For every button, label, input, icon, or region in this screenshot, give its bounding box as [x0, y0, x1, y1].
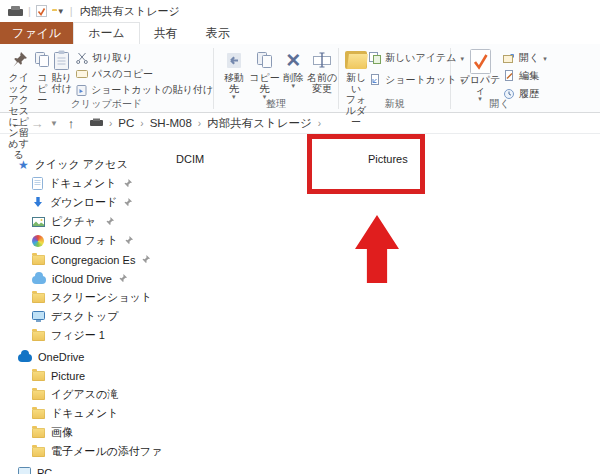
sidebar-item-screenshots[interactable]: スクリーンショット	[0, 288, 120, 307]
sidebar-item-desktop[interactable]: デスクトップ	[0, 307, 120, 326]
sidebar-item-label: フィジー 1	[51, 328, 105, 343]
chevron-right-icon: ›	[140, 118, 143, 129]
sidebar-item-icloud-photos[interactable]: iCloud フォト	[0, 231, 120, 250]
sidebar-item-iguazu[interactable]: イグアスの滝	[0, 385, 120, 404]
file-item-dcim[interactable]: DCIM	[176, 153, 204, 165]
copy-path-icon	[76, 69, 88, 79]
copy-path-button[interactable]: パスのコピー	[76, 66, 213, 82]
content-area: ★ クイック アクセス ドキュメント ダウンロード ピクチャ	[0, 134, 600, 474]
pictures-icon	[32, 217, 45, 227]
sidebar-item-fiji[interactable]: フィジー 1	[0, 326, 120, 345]
chevron-right-icon: ›	[318, 118, 321, 129]
new-item-icon	[369, 52, 381, 64]
highlight-box-annotation	[307, 134, 425, 194]
qat-customize-caret-icon[interactable]: ▼	[57, 7, 65, 16]
paste-shortcut-button-label: ショートカットの貼り付け	[91, 83, 213, 97]
pin-icon	[118, 274, 127, 283]
tab-share[interactable]: 共有	[140, 22, 192, 44]
ribbon: クイック アクセス にピン留めする コピー 貼り付け 切り取り	[0, 44, 600, 113]
sidebar-item-icloud-drive[interactable]: iCloud Drive	[0, 269, 120, 288]
delete-button[interactable]: × 削除 ▾	[280, 44, 306, 88]
ribbon-group-open: プロパティ ▾ 開く ▾ 編集 履歴	[451, 44, 548, 112]
pushpin-icon	[10, 48, 28, 72]
sidebar-item-quick-access[interactable]: ★ クイック アクセス	[0, 155, 120, 174]
qat-properties-icon[interactable]	[36, 5, 47, 17]
sidebar-item-downloads[interactable]: ダウンロード	[0, 193, 120, 212]
sidebar-item-documents[interactable]: ドキュメント	[0, 174, 120, 193]
icloud-photos-icon	[32, 235, 44, 247]
sidebar-item-images[interactable]: 画像	[0, 423, 120, 442]
open-button[interactable]: 開く ▾	[503, 50, 547, 66]
sidebar-item-congregacion[interactable]: Congregacion Es	[0, 250, 120, 269]
ribbon-group-new: 新しい フォルダー 新しいアイテム ▾ ショートカット ▾ 新規	[339, 44, 450, 112]
sidebar-item-email-attachments[interactable]: 電子メールの添付ファ	[0, 442, 120, 461]
folder-icon	[32, 255, 45, 265]
window-title: 内部共有ストレージ	[80, 4, 180, 19]
tab-view[interactable]: 表示	[192, 22, 244, 44]
pin-icon	[123, 179, 132, 188]
desktop-icon	[32, 311, 45, 322]
explorer-window-icon	[8, 6, 23, 17]
chevron-down-icon: ▾	[543, 56, 547, 61]
pin-icon	[105, 217, 114, 226]
sidebar-item-pc[interactable]: PC	[0, 463, 120, 474]
breadcrumb: › PC › SH-M08 › 内部共有ストレージ ›	[90, 116, 321, 131]
folder-icon	[32, 390, 45, 400]
sidebar-item-onedrive-documents[interactable]: ドキュメント	[0, 404, 120, 423]
shortcut-icon	[369, 74, 381, 86]
breadcrumb-item-storage[interactable]: 内部共有ストレージ	[207, 116, 312, 131]
icloud-drive-icon	[32, 276, 46, 284]
cut-button[interactable]: 切り取り	[76, 50, 213, 66]
copy-to-button[interactable]: コピー先 ▾	[249, 44, 281, 99]
tab-file[interactable]: ファイル	[0, 22, 73, 44]
tab-home[interactable]: ホーム	[73, 22, 140, 44]
sidebar-item-label: 画像	[51, 425, 73, 440]
copy-icon	[33, 48, 51, 72]
copy-button[interactable]: コピー	[33, 44, 51, 105]
ribbon-group-organize: 移動先 ▾ コピー先 ▾ × 削除 ▾ 名前の 変更 整理	[214, 44, 338, 112]
sidebar-item-label: ドキュメント	[51, 406, 119, 421]
folder-icon	[32, 331, 45, 341]
folder-icon	[32, 428, 45, 438]
paste-shortcut-icon	[76, 84, 87, 96]
sidebar-item-label: デスクトップ	[51, 309, 119, 324]
up-icon[interactable]: ↑	[62, 116, 80, 131]
titlebar-separator: |	[70, 5, 73, 17]
scissors-icon	[76, 52, 88, 64]
move-to-icon	[224, 48, 243, 72]
sidebar-item-pictures[interactable]: ピクチャ	[0, 212, 120, 231]
recent-locations-caret-icon[interactable]: ▼	[48, 119, 60, 128]
group-label-open: 開く	[451, 97, 548, 111]
sidebar-item-label: 電子メールの添付ファ	[51, 444, 162, 459]
breadcrumb-item-device[interactable]: SH-M08	[150, 117, 192, 129]
move-to-button[interactable]: 移動先 ▾	[219, 44, 249, 99]
sidebar-item-onedrive[interactable]: OneDrive	[0, 347, 120, 366]
edit-button[interactable]: 編集	[503, 68, 547, 84]
properties-button[interactable]: プロパティ ▾	[457, 44, 503, 101]
pin-icon	[141, 255, 150, 264]
titlebar-separator: |	[28, 5, 31, 17]
chevron-right-icon: ›	[109, 118, 112, 129]
rename-label: 名前の	[307, 72, 337, 83]
open-icon	[503, 52, 515, 64]
sidebar-item-label: iCloud Drive	[52, 273, 112, 285]
paste-shortcut-button[interactable]: ショートカットの貼り付け	[76, 82, 213, 98]
sidebar-item-label: OneDrive	[38, 351, 84, 363]
sidebar-item-label: ダウンロード	[50, 195, 117, 210]
new-folder-button[interactable]: 新しい フォルダー	[345, 44, 367, 127]
new-item-label: 新しいアイテム	[385, 51, 456, 65]
sidebar-item-picture[interactable]: Picture	[0, 366, 120, 385]
delete-x-icon: ×	[286, 50, 300, 70]
breadcrumb-item-pc[interactable]: PC	[118, 117, 134, 129]
folder-icon	[32, 447, 45, 457]
cut-button-label: 切り取り	[92, 51, 132, 65]
sidebar-item-label: Congregacion Es	[51, 254, 135, 266]
new-shortcut-button[interactable]: ショートカット ▾	[369, 72, 464, 88]
red-up-arrow-annotation	[355, 215, 399, 283]
copy-path-button-label: パスのコピー	[92, 67, 153, 81]
paste-button-label: 貼り付け	[51, 72, 72, 94]
rename-button[interactable]: 名前の 変更	[306, 44, 338, 94]
new-item-button[interactable]: 新しいアイテム ▾	[369, 50, 464, 66]
paste-button[interactable]: 貼り付け	[51, 44, 72, 94]
sidebar-item-label: Picture	[51, 370, 85, 382]
